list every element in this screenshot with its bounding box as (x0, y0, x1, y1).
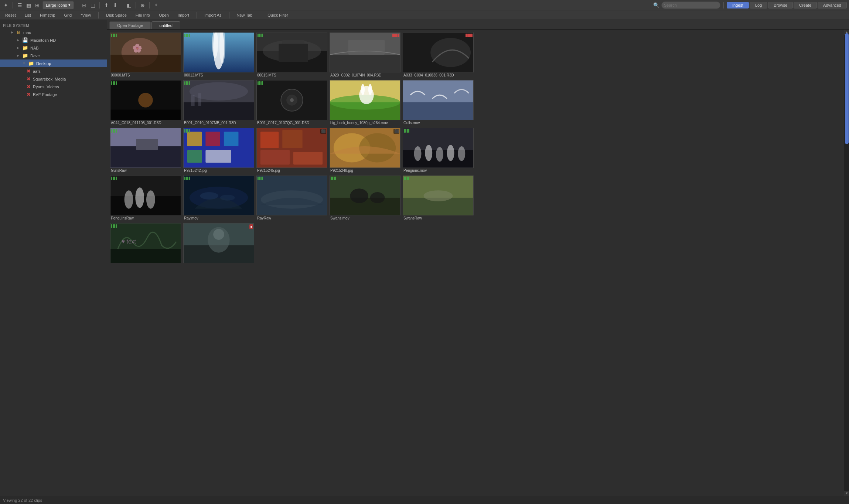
media-icon1[interactable]: ⊟ (80, 1, 88, 9)
dropdown-arrow-icon: ▾ (68, 3, 71, 7)
film-bar (258, 34, 259, 37)
nav-tab-create[interactable]: Create (794, 2, 817, 8)
media-icon2[interactable]: ◫ (89, 1, 96, 9)
clip-ray-raw[interactable]: RayRaw (256, 176, 327, 221)
new-tab-button[interactable]: New Tab (234, 13, 256, 18)
search-input[interactable] (661, 1, 720, 9)
clip-00000-mts[interactable]: 🌸 00000.MTS (110, 33, 181, 78)
clip-a044[interactable]: A044_C018_011105_001.R3D (110, 80, 181, 126)
new-tab-icon[interactable]: ⊕ (139, 1, 146, 9)
open-button[interactable]: Open (156, 13, 172, 18)
nav-tab-ingest[interactable]: Ingest (727, 2, 749, 8)
clip-badge (466, 34, 473, 37)
clip-a020[interactable]: A020_C002_01074N_004.R3D (330, 33, 400, 78)
clip-thumbnail-svg (257, 33, 327, 72)
sidebar-item-macintosh-hd[interactable]: ▶ 💾 Macintosh HD (0, 36, 107, 44)
badge-bar (394, 34, 396, 37)
scroll-down-button[interactable]: ▼ (844, 491, 849, 496)
grid-view-icon[interactable]: ⊞ (34, 1, 41, 9)
import-icon[interactable]: ⬇ (112, 1, 119, 9)
film-bar (187, 34, 188, 37)
clip-swans-mov[interactable]: Swans.mov (330, 176, 400, 221)
clip-thumbnail-svg: ♥ text (110, 223, 181, 263)
clip-penguins-raw[interactable]: PenguinsRaw (110, 176, 181, 221)
svg-point-76 (350, 188, 368, 203)
clip-thumbnail-svg (330, 128, 400, 168)
film-bar (258, 81, 259, 85)
clip-00012-mts[interactable]: 00012.MTS (183, 33, 254, 78)
clip-p9215245[interactable]: ⬛ P9215245.jpg (256, 128, 327, 173)
sidebar-item-nab[interactable]: ▶ 📁 NAB (0, 44, 107, 52)
scrollbar-thumb[interactable] (845, 33, 849, 144)
tab-open-footage[interactable]: Open Footage (109, 21, 151, 29)
sidebar-item-ryans-videos[interactable]: ✖ Ryans_Videos (0, 83, 107, 91)
clip-22[interactable]: ● (183, 223, 254, 265)
camera-badge-icon: ⬛ (393, 129, 399, 134)
svg-rect-13 (282, 40, 304, 44)
view-size-dropdown[interactable]: Large Icons ▾ (42, 1, 74, 9)
sidebar-item-aafs[interactable]: ✖ aafs (0, 67, 107, 75)
sidebar-label-dave: Dave (30, 54, 40, 58)
clip-name: big_buck_bunny_1080p_h264.mov (330, 120, 400, 126)
file-info-button[interactable]: File Info (133, 13, 153, 18)
film-badge (331, 177, 336, 180)
clip-a033[interactable]: A033_C004_010836_001.R3D (403, 33, 474, 78)
sidebar-item-mac[interactable]: ▶ 🖥 mac (0, 28, 107, 36)
nav-tab-browse[interactable]: Browse (768, 2, 793, 8)
reset-button[interactable]: Reset (2, 13, 19, 18)
sidebar-item-desktop[interactable]: ▼ 📁 Desktop (0, 59, 107, 67)
grid-button[interactable]: Grid (61, 13, 75, 18)
clip-name: B001_C017_0107QG_001.R3D (256, 120, 327, 126)
clip-penguins-mov[interactable]: Penguins.mov (403, 128, 474, 173)
quick-filter-icon[interactable]: ⌖ (153, 1, 160, 9)
clip-00015-mts[interactable]: 00015.MTS (256, 33, 327, 78)
sidebar-item-dave[interactable]: ▶ 📁 Dave (0, 52, 107, 59)
film-bar (111, 177, 112, 180)
sidebar-item-bve[interactable]: ✖ BVE Footage (0, 91, 107, 98)
film-bar (404, 129, 405, 133)
view-button[interactable]: *View (78, 13, 94, 18)
svg-point-87 (213, 229, 224, 240)
film-bar (113, 81, 114, 85)
clip-gulls-mov[interactable]: Gulls.mov (403, 80, 474, 126)
svg-point-58 (414, 146, 422, 161)
clip-swans-raw[interactable]: SwansRaw (403, 176, 474, 221)
disk-space-button[interactable]: Disk Space (103, 13, 130, 18)
film-bar (114, 81, 115, 85)
filmstrip-view-icon[interactable]: ▦ (25, 1, 32, 9)
nav-tab-log[interactable]: Log (750, 2, 767, 8)
quick-filter-button[interactable]: Quick Filter (265, 13, 291, 18)
import-button[interactable]: Import (175, 13, 192, 18)
svg-point-71 (220, 195, 235, 201)
clip-thumbnail-svg (257, 128, 327, 168)
filmstrip-button[interactable]: Filmstrip (37, 13, 58, 18)
clip-thumbnail-svg (403, 176, 473, 215)
sidebar-item-squarebox[interactable]: ✖ Squarebox_Media (0, 75, 107, 83)
film-bar (184, 81, 185, 85)
clip-big-buck-bunny[interactable]: big_buck_bunny_1080p_h264.mov (330, 80, 400, 126)
clip-name: Gulls.mov (403, 120, 474, 126)
folder-x-icon: ✖ (27, 76, 31, 82)
clip-b001-c017[interactable]: B001_C017_0107QG_001.R3D (256, 80, 327, 126)
folder-x-icon: ✖ (27, 68, 31, 74)
clip-gulls-raw[interactable]: GullsRaw (110, 128, 181, 173)
svg-point-60 (436, 147, 443, 162)
clip-ray-mov[interactable]: Ray.mov (183, 176, 254, 221)
list-view-icon[interactable]: ☰ (16, 1, 23, 9)
open-icon[interactable]: ⬆ (103, 1, 110, 9)
clip-name: A044_C018_011105_001.R3D (110, 120, 181, 126)
svg-rect-44 (205, 132, 220, 146)
clip-p9215242[interactable]: P9215242.jpg (183, 128, 254, 173)
import-as-icon[interactable]: ◧ (125, 1, 133, 9)
clip-21[interactable]: ♥ text (110, 223, 181, 265)
clip-p9215248[interactable]: ⬛ P9215248.jpg (330, 128, 400, 173)
clip-b001-c010[interactable]: B001_C010_0107MB_001.R3D (183, 80, 254, 126)
clip-thumbnail-svg: 🌸 (110, 33, 181, 72)
film-bar (334, 177, 335, 180)
film-bar (335, 177, 336, 180)
clip-name: B001_C010_0107MB_001.R3D (183, 120, 254, 126)
import-as-button[interactable]: Import As (201, 13, 224, 18)
nav-tab-advanced[interactable]: Advanced (818, 2, 847, 8)
list-button[interactable]: List (22, 13, 34, 18)
tab-untitled[interactable]: untitled (151, 21, 180, 29)
